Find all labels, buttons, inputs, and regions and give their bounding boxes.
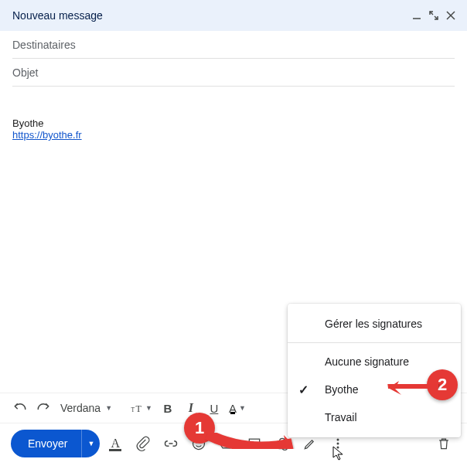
window-title: Nouveau message [12,9,103,22]
send-button-group: Envoyer ▼ [11,430,100,457]
recipients-placeholder: Destinataires [12,39,76,51]
recipients-field[interactable]: Destinataires [12,31,455,59]
redo-button[interactable] [32,397,54,419]
text-color-button[interactable]: A ▼ [227,397,248,419]
italic-button[interactable]: I [180,397,202,419]
svg-point-7 [193,438,205,450]
attach-button[interactable] [131,431,155,456]
manage-signatures-label: Gérer les signatures [325,318,422,330]
signature-link[interactable]: https://byothe.fr [12,129,82,141]
manage-signatures-item[interactable]: Gérer les signatures [288,310,461,338]
undo-button[interactable] [9,397,31,419]
svg-text:T: T [131,406,135,413]
font-selector[interactable]: Verdana ▼ [56,397,125,419]
underline-button[interactable]: U [203,397,225,419]
svg-point-14 [337,439,339,441]
check-icon: ✓ [298,382,308,397]
insert-link-button[interactable] [159,431,183,456]
signature-option-none[interactable]: Aucune signature [288,348,461,376]
svg-rect-10 [250,439,260,448]
titlebar: Nouveau message [0,0,467,31]
subject-placeholder: Objet [12,66,38,79]
close-button[interactable] [444,8,458,22]
chevron-down-icon: ▼ [239,404,246,412]
signature-travail-label: Travail [325,411,357,423]
signature-none-label: Aucune signature [325,355,409,368]
chevron-down-icon: ▼ [105,404,112,412]
menu-divider [288,342,461,343]
send-button[interactable]: Envoyer [11,430,81,457]
signature-byothe-label: Byothe [325,383,359,396]
svg-point-8 [196,441,198,443]
titlebar-actions [410,8,458,22]
fullscreen-button[interactable] [427,8,441,22]
font-size-selector[interactable]: TT ▼ [127,401,155,415]
svg-point-9 [200,441,202,443]
header-fields: Destinataires Objet [0,31,467,87]
send-options-button[interactable]: ▼ [81,430,100,457]
font-name: Verdana [60,402,101,414]
formatting-toggle-button[interactable]: A [103,431,128,456]
signature-option-travail[interactable]: Travail [288,403,461,431]
svg-text:T: T [136,403,142,414]
drive-button[interactable] [214,431,239,456]
svg-point-15 [337,443,339,445]
signature-option-byothe[interactable]: ✓ Byothe [288,376,461,403]
emoji-button[interactable] [186,431,211,456]
minimize-button[interactable] [410,8,424,22]
svg-point-16 [337,447,339,449]
signature-menu: Gérer les signatures Aucune signature ✓ … [288,304,461,437]
subject-field[interactable]: Objet [12,59,455,87]
bold-button[interactable]: B [157,397,179,419]
insert-image-button[interactable] [242,431,267,456]
chevron-down-icon: ▼ [145,404,152,412]
signature-name: Byothe [12,117,455,129]
